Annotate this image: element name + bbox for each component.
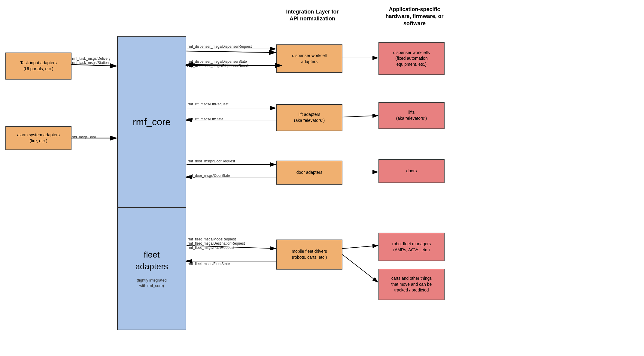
fleet-mode-dest-path-label: rmf_fleet_msgs/ModeRequest rmf_fleet_msg…	[188, 237, 245, 250]
door-state-label: rmf_door_msgs/DoorState	[188, 173, 230, 178]
task-input-label: Task input adapters(UI portals, etc.)	[20, 60, 56, 72]
mobile-fleet-drivers-box: mobile fleet drivers(robots, carts, etc.…	[276, 240, 342, 270]
carts-other-box: carts and other thingsthat move and can …	[378, 269, 445, 300]
rmf-core-label: rmf_core	[133, 115, 171, 129]
fleet-adapters-sub: (tightly integratedwith rmf_core)	[137, 278, 167, 288]
lift-state-label: rmf_lift_msgs/LiftState	[188, 117, 223, 121]
lifts-label: lifts(aka "elevators")	[396, 110, 427, 121]
lift-adapters-box: lift adapters(aka "elevators")	[276, 104, 342, 131]
fleet-adapters-label: fleetadapters	[135, 249, 168, 272]
diagram-container: Integration Layer for API normalization …	[0, 0, 644, 356]
doors-label: doors	[406, 168, 417, 174]
svg-line-4	[186, 51, 276, 53]
dispenser-request-label: rmf_dispenser_msgs/DispenserRequest	[188, 44, 252, 49]
svg-line-23	[342, 255, 378, 282]
std-msgs-label: std_msgs/Bool	[72, 135, 96, 139]
task-input-box: Task input adapters(UI portals, etc.)	[5, 53, 71, 80]
door-request-label: rmf_door_msgs/DoorRequest	[188, 159, 235, 163]
svg-line-22	[342, 246, 378, 249]
dispenser-workcells-label: dispenser workcells(fixed automationequi…	[393, 50, 430, 68]
svg-line-20	[342, 116, 378, 117]
dispenser-workcell-adapters-box: dispenser workcelladapters	[276, 44, 342, 73]
col4-header: Application-specific hardware, firmware,…	[372, 6, 457, 27]
robot-fleet-managers-box: robot fleet managers(AMRs, AGVs, etc.)	[378, 233, 445, 261]
robot-fleet-managers-label: robot fleet managers(AMRs, AGVs, etc.)	[392, 241, 431, 253]
carts-other-label: carts and other thingsthat move and can …	[391, 276, 432, 293]
lifts-box: lifts(aka "elevators")	[378, 102, 445, 129]
dispenser-workcells-box: dispenser workcells(fixed automationequi…	[378, 42, 445, 75]
lift-request-label: rmf_lift_msgs/LiftRequest	[188, 102, 228, 106]
mobile-fleet-drivers-label: mobile fleet drivers(robots, carts, etc.…	[292, 249, 327, 260]
fleet-adapters-box: fleetadapters (tightly integratedwith rm…	[117, 207, 186, 330]
col3-header: Integration Layer for API normalization	[270, 8, 354, 23]
doors-box: doors	[378, 159, 445, 183]
alarm-system-box: alarm system adapters(fire, etc.)	[5, 126, 71, 150]
rmf-core-box: rmf_core	[117, 36, 186, 207]
task-msgs-label: rmf_task_msgs/Delivery rmf_task_msgs/Sta…	[72, 56, 111, 65]
dispenser-workcell-adapters-label: dispenser workcelladapters	[292, 53, 327, 65]
dispenser-state-result-label: rmf_dispenser_msgs/DispenserState rmf_di…	[188, 59, 249, 68]
lift-adapters-label: lift adapters(aka "elevators")	[294, 112, 325, 123]
door-adapters-box: door adapters	[276, 161, 342, 185]
alarm-system-label: alarm system adapters(fire, etc.)	[17, 132, 60, 144]
fleet-state-label: rmf_fleet_msgs/FleetState	[188, 262, 230, 266]
door-adapters-label: door adapters	[296, 170, 322, 176]
